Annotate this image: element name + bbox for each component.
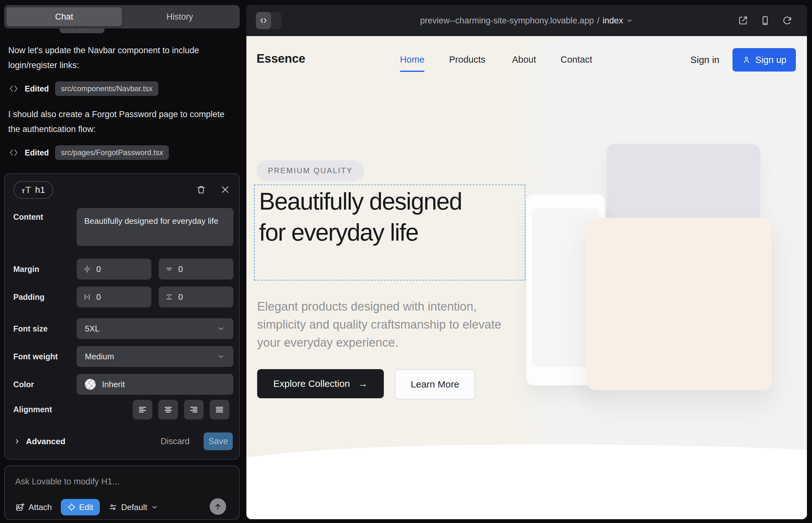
align-justify-button[interactable] [210, 400, 229, 419]
composer-input[interactable] [15, 477, 224, 487]
url-separator: / [597, 16, 600, 26]
chat-message: Now let's update the Navbar component to… [8, 43, 234, 73]
site-content: Essence Home Products About Contact Sign… [246, 36, 807, 519]
close-icon [220, 185, 230, 194]
attach-button[interactable]: Attach [15, 502, 52, 512]
font-size-label: Font size [13, 324, 48, 333]
color-swatch-icon [85, 379, 96, 390]
decorative-card-cream [586, 218, 772, 390]
align-left-button[interactable] [133, 400, 152, 419]
hero-heading[interactable]: Beautifully designed for everyday life [259, 186, 468, 248]
premium-quality-badge: PREMIUM QUALITY [257, 160, 364, 181]
margin-y-input[interactable]: 0 [159, 259, 233, 279]
code-icon [9, 148, 18, 157]
explore-collection-button[interactable]: Explore Collection → [257, 369, 384, 398]
content-label: Content [13, 213, 43, 222]
sign-in-link[interactable]: Sign in [690, 54, 720, 65]
close-editor-button[interactable] [219, 183, 231, 196]
edited-file-row: Edited src/pages/ForgotPassword.tsx [9, 145, 169, 160]
nav-link-products[interactable]: Products [449, 54, 485, 65]
file-chip[interactable]: src/pages/ForgotPassword.tsx [55, 145, 169, 160]
sliders-icon [109, 503, 118, 511]
scrolled-chip-partial: · · [59, 29, 105, 33]
refresh-icon [782, 16, 792, 26]
tab-history[interactable]: History [122, 7, 237, 26]
alignment-buttons [133, 400, 229, 419]
send-button[interactable] [210, 498, 226, 515]
padding-y-input[interactable]: 0 [159, 287, 233, 307]
hero-section: Essence Home Products About Contact Sign… [246, 36, 807, 465]
external-link-icon [738, 16, 748, 26]
tag-name: h1 [35, 185, 45, 195]
hero-bottom-curve [246, 445, 807, 465]
hero-description: Elegant products designed with intention… [257, 297, 514, 352]
align-left-icon [138, 405, 147, 414]
file-chip[interactable]: src/components/Navbar.tsx [55, 82, 158, 96]
edit-mode-button[interactable]: Edit [61, 499, 100, 516]
app-root: Chat History · · Now let's update the Na… [0, 0, 812, 523]
composer-toolbar: Attach Edit Default [15, 499, 158, 516]
color-label: Color [13, 380, 34, 389]
trash-icon [196, 184, 206, 195]
align-center-icon [163, 405, 173, 414]
padding-x-input[interactable]: 0 [77, 287, 152, 307]
margin-y-icon [165, 265, 173, 273]
arrow-right-icon: → [358, 378, 368, 389]
send-icon [213, 502, 222, 511]
chrome-actions [738, 5, 792, 36]
padding-label: Padding [13, 292, 45, 302]
url-page: index [603, 16, 623, 26]
chevron-down-icon [151, 504, 158, 511]
nav-link-contact[interactable]: Contact [561, 54, 592, 65]
padding-y-icon [165, 293, 173, 301]
content-textarea[interactable]: Beautifully designed for everyday life [77, 208, 233, 246]
nav-link-about[interactable]: About [512, 54, 536, 65]
edited-label: Edited [25, 148, 49, 157]
sign-up-button[interactable]: Sign up [732, 48, 796, 72]
delete-element-button[interactable] [195, 183, 208, 196]
save-button[interactable]: Save [204, 432, 233, 450]
browser-chrome: preview--charming-site-symphony.lovable.… [246, 5, 807, 36]
color-select[interactable]: Inherit [77, 374, 233, 395]
chevron-down-icon [626, 17, 633, 24]
tab-chat[interactable]: Chat [6, 7, 122, 26]
alignment-label: Alignment [13, 405, 52, 414]
element-editor-panel: ᴛT h1 Content Beautifully designed for e… [4, 173, 240, 460]
margin-x-input[interactable]: 0 [77, 259, 152, 279]
learn-more-button[interactable]: Learn More [395, 369, 475, 399]
preview-window: preview--charming-site-symphony.lovable.… [246, 5, 807, 519]
align-right-icon [189, 405, 198, 414]
user-icon [742, 55, 751, 64]
url-bar[interactable]: preview--charming-site-symphony.lovable.… [246, 5, 807, 36]
typography-icon: ᴛT [21, 184, 31, 195]
edited-file-row: Edited src/components/Navbar.tsx [9, 81, 158, 96]
chevron-right-icon [13, 437, 21, 445]
font-weight-label: Font weight [13, 352, 58, 361]
mode-select[interactable]: Default [109, 502, 158, 512]
attach-icon [15, 502, 25, 512]
refresh-button[interactable] [782, 16, 792, 26]
selected-element-tag: ᴛT h1 [13, 181, 53, 199]
code-icon [9, 84, 18, 93]
align-justify-icon [215, 405, 224, 414]
site-navbar: Essence Home Products About Contact Sign… [246, 36, 807, 84]
chat-history-tabs: Chat History [4, 5, 240, 29]
target-icon [67, 503, 76, 511]
edited-label: Edited [25, 84, 49, 93]
nav-link-home[interactable]: Home [400, 54, 424, 65]
mobile-icon [760, 16, 770, 26]
font-weight-select[interactable]: Medium [77, 346, 233, 367]
site-logo[interactable]: Essence [257, 52, 305, 66]
open-external-button[interactable] [738, 16, 748, 26]
font-size-select[interactable]: 5XL [77, 318, 233, 339]
align-right-button[interactable] [184, 400, 204, 419]
chevron-down-icon [217, 353, 225, 361]
url-domain: preview--charming-site-symphony.lovable.… [420, 16, 594, 26]
mobile-view-button[interactable] [760, 16, 770, 26]
margin-x-icon [83, 265, 91, 273]
advanced-toggle[interactable]: Advanced [13, 432, 65, 450]
chevron-down-icon [217, 325, 225, 333]
align-center-button[interactable] [158, 400, 178, 419]
chat-message: I should also create a Forgot Password p… [8, 107, 234, 137]
discard-button[interactable]: Discard [161, 432, 190, 450]
